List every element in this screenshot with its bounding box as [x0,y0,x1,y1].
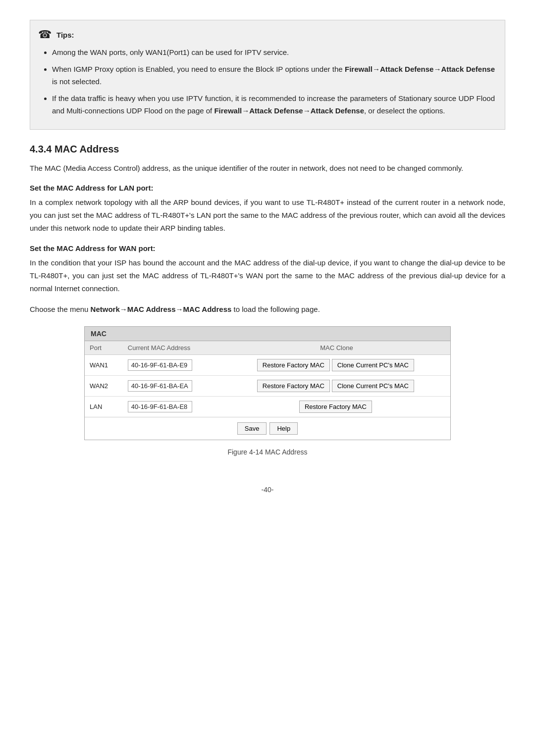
lan-text: In a complex network topology with all t… [30,196,505,235]
tips-item-3: If the data traffic is heavy when you us… [52,92,495,117]
clone-current-pc-mac-button[interactable]: Clone Current PC's MAC [332,359,414,371]
lan-heading: Set the MAC Address for LAN port: [30,184,505,192]
table-row: WAN240-16-9F-61-BA-EARestore Factory MAC… [85,375,450,396]
section-title: MAC Address [54,144,119,154]
mac-table-wrapper: MAC Port Current MAC Address MAC Clone W… [84,326,451,440]
mac-address-value: 40-16-9F-61-BA-E8 [128,401,192,412]
figure-caption: Figure 4-14 MAC Address [30,448,505,456]
col-mac-clone: MAC Clone [223,341,450,355]
tips-box: ☎ Tips: Among the WAN ports, only WAN1(P… [30,20,505,130]
mac-address-value: 40-16-9F-61-BA-EA [128,380,192,392]
tips-title: Tips: [56,31,74,39]
restore-factory-mac-button[interactable]: Restore Factory MAC [299,401,372,413]
intro-text: The MAC (Media Access Control) address, … [30,162,505,175]
cell-mac: 40-16-9F-61-BA-EA [123,375,223,396]
tips-list: Among the WAN ports, only WAN1(Port1) ca… [38,46,495,117]
cell-port: LAN [85,396,123,417]
menu-reference: Choose the menu Network→MAC Address→MAC … [30,303,505,316]
cell-mac-clone: Restore Factory MACClone Current PC's MA… [223,354,450,375]
page-number: -40- [30,486,505,494]
col-port: Port [85,341,123,355]
wan-text: In the condition that your ISP has bound… [30,256,505,296]
menu-ref-prefix: Choose the menu [30,305,91,313]
tips-icon: ☎ [38,28,52,41]
wan-heading: Set the MAC Address for WAN port: [30,244,505,252]
table-footer: Save Help [85,417,450,440]
tips-item-2: When IGMP Proxy option is Enabled, you n… [52,63,495,88]
table-row: WAN140-16-9F-61-BA-E9Restore Factory MAC… [85,354,450,375]
menu-ref-suffix: to load the following page. [231,305,320,313]
cell-mac: 40-16-9F-61-BA-E9 [123,354,223,375]
help-button[interactable]: Help [269,422,298,435]
section-heading: 4.3.4 MAC Address [30,144,505,155]
save-button[interactable]: Save [237,422,267,435]
section-number: 4.3.4 [30,144,52,154]
restore-factory-mac-button[interactable]: Restore Factory MAC [257,359,330,371]
cell-port: WAN1 [85,354,123,375]
mac-address-value: 40-16-9F-61-BA-E9 [128,359,192,371]
menu-ref-bold: Network→MAC Address→MAC Address [91,305,232,313]
cell-port: WAN2 [85,375,123,396]
cell-mac: 40-16-9F-61-BA-E8 [123,396,223,417]
restore-factory-mac-button[interactable]: Restore Factory MAC [257,380,330,392]
mac-table-header-row: Port Current MAC Address MAC Clone [85,341,450,355]
cell-mac-clone: Restore Factory MACClone Current PC's MA… [223,375,450,396]
mac-table-header: MAC [85,327,450,341]
cell-mac-clone: Restore Factory MAC [223,396,450,417]
clone-current-pc-mac-button[interactable]: Clone Current PC's MAC [332,380,414,392]
tips-header: ☎ Tips: [38,28,495,41]
mac-table: Port Current MAC Address MAC Clone WAN14… [85,341,450,417]
col-current-mac: Current MAC Address [123,341,223,355]
table-row: LAN40-16-9F-61-BA-E8Restore Factory MAC [85,396,450,417]
tips-item-1: Among the WAN ports, only WAN1(Port1) ca… [52,46,495,59]
